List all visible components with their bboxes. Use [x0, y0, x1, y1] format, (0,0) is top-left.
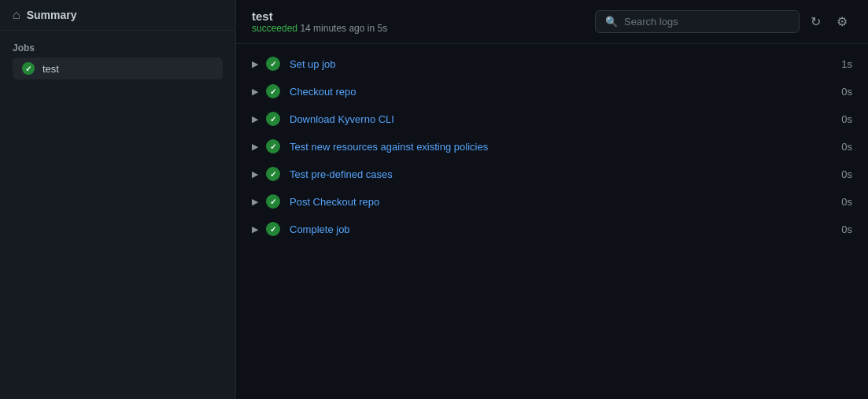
- chevron-right-icon: ▶: [252, 59, 258, 69]
- main-content: test succeeded 14 minutes ago in 5s 🔍 Se…: [236, 0, 868, 399]
- step-duration: 0s: [841, 113, 852, 125]
- refresh-icon: ↻: [811, 14, 821, 29]
- step-success-icon: [266, 222, 280, 236]
- chevron-right-icon: ▶: [252, 87, 258, 97]
- job-success-icon: [22, 62, 35, 75]
- sidebar-item-test[interactable]: test: [13, 57, 223, 79]
- step-name: Test new resources against existing poli…: [290, 141, 832, 153]
- step-name: Download Kyverno CLI: [290, 113, 832, 125]
- summary-nav-item[interactable]: ⌂ Summary: [0, 0, 235, 31]
- step-duration: 0s: [841, 168, 852, 180]
- step-duration: 0s: [841, 196, 852, 208]
- step-row[interactable]: ▶ Test new resources against existing po…: [236, 133, 868, 161]
- step-duration: 0s: [841, 141, 852, 153]
- step-row[interactable]: ▶ Download Kyverno CLI 0s: [236, 105, 868, 133]
- step-name: Checkout repo: [290, 86, 832, 98]
- step-success-icon: [266, 139, 280, 153]
- step-success-icon: [266, 194, 280, 209]
- job-status: succeeded 14 minutes ago in 5s: [252, 23, 387, 34]
- job-name: test: [252, 9, 387, 23]
- step-success-icon: [266, 167, 280, 181]
- step-success-icon: [266, 84, 280, 98]
- step-name: Test pre-defined cases: [290, 168, 832, 180]
- step-name: Set up job: [290, 58, 832, 70]
- step-row[interactable]: ▶ Test pre-defined cases 0s: [236, 161, 868, 188]
- main-header: test succeeded 14 minutes ago in 5s 🔍 Se…: [236, 0, 868, 44]
- step-row[interactable]: ▶ Post Checkout repo 0s: [236, 188, 868, 216]
- sidebar: ⌂ Summary Jobs test: [0, 0, 236, 399]
- step-row[interactable]: ▶ Checkout repo 0s: [236, 78, 868, 105]
- search-icon: 🔍: [605, 16, 618, 28]
- step-name: Complete job: [290, 224, 832, 235]
- summary-label: Summary: [27, 9, 77, 21]
- step-row[interactable]: ▶ Set up job 1s: [236, 50, 868, 78]
- steps-list: ▶ Set up job 1s ▶ Checkout repo 0s ▶ Dow…: [236, 44, 868, 399]
- chevron-right-icon: ▶: [252, 224, 258, 235]
- step-success-icon: [266, 57, 280, 71]
- chevron-right-icon: ▶: [252, 114, 258, 124]
- header-actions: 🔍 Search logs ↻ ⚙: [595, 9, 852, 34]
- chevron-right-icon: ▶: [252, 142, 258, 152]
- chevron-right-icon: ▶: [252, 169, 258, 179]
- settings-button[interactable]: ⚙: [832, 9, 852, 34]
- status-detail: 14 minutes ago in 5s: [300, 23, 387, 34]
- step-duration: 0s: [841, 224, 852, 235]
- step-duration: 0s: [841, 86, 852, 98]
- jobs-label: Jobs: [13, 42, 35, 54]
- step-duration: 1s: [841, 58, 852, 70]
- step-name: Post Checkout repo: [290, 196, 832, 208]
- status-word: succeeded: [252, 23, 297, 34]
- step-row[interactable]: ▶ Complete job 0s: [236, 216, 868, 243]
- job-item-label: test: [42, 63, 59, 75]
- jobs-section: Jobs test: [0, 31, 235, 83]
- home-icon: ⌂: [13, 8, 20, 22]
- search-logs-input[interactable]: 🔍 Search logs: [595, 10, 800, 33]
- chevron-right-icon: ▶: [252, 197, 258, 207]
- settings-icon: ⚙: [837, 14, 848, 29]
- job-title-block: test succeeded 14 minutes ago in 5s: [252, 9, 387, 34]
- refresh-button[interactable]: ↻: [806, 9, 826, 34]
- search-placeholder: Search logs: [624, 16, 678, 28]
- step-success-icon: [266, 112, 280, 126]
